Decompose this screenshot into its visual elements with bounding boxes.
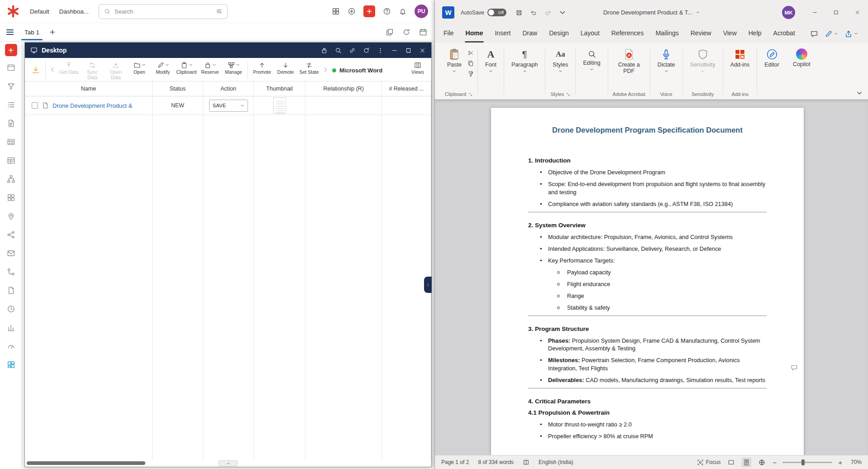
minimize-icon[interactable] (391, 47, 398, 54)
duplicate-window-icon[interactable] (386, 28, 394, 36)
scrollbar-thumb[interactable] (27, 461, 145, 465)
toolbar-clipboard-button[interactable]: Clipboard (175, 59, 198, 76)
add-circle-icon[interactable] (348, 7, 356, 15)
sidebar-item-gauge[interactable] (0, 337, 22, 355)
help-icon[interactable] (383, 7, 391, 15)
editor-button[interactable]: Editor (761, 45, 783, 69)
sidebar-item-table[interactable] (0, 151, 22, 170)
sidebar-item-chart[interactable] (0, 318, 22, 337)
user-avatar[interactable]: PU (415, 5, 428, 18)
column-header-name[interactable]: Name (25, 81, 153, 96)
minimize-button[interactable] (804, 0, 825, 25)
styles-dialog-launcher[interactable] (566, 92, 570, 96)
close-button[interactable] (847, 0, 868, 25)
panel-refresh-icon[interactable] (363, 47, 370, 54)
sidebar-item-flow[interactable] (0, 263, 22, 281)
ribbon-tab-file[interactable]: File (438, 25, 460, 43)
zoom-in-button[interactable]: + (838, 459, 842, 466)
toolbar-open-button[interactable]: Open (128, 59, 151, 76)
language-indicator[interactable]: English (India) (539, 459, 573, 465)
ribbon-tab-review[interactable]: Review (685, 25, 717, 43)
document-page[interactable]: Drone Development Program Specification … (491, 108, 804, 455)
styles-button[interactable]: Aa Styles (549, 45, 572, 74)
copilot-button[interactable]: Copilot (789, 45, 814, 68)
customize-qat-icon[interactable] (559, 9, 566, 16)
calendar-icon[interactable] (419, 28, 427, 36)
add-ins-button[interactable]: Add-ins (727, 45, 753, 69)
zoom-slider-thumb[interactable] (801, 459, 805, 465)
redo-icon[interactable] (544, 9, 552, 16)
ribbon-tab-layout[interactable]: Layout (575, 25, 606, 43)
apps-grid-icon[interactable] (332, 7, 340, 15)
paragraph-button[interactable]: ¶ Paragraph (508, 45, 541, 74)
toolbar-scroll-right-button[interactable] (321, 64, 330, 77)
column-header-relationship-r[interactable]: Relationship (R) (305, 81, 382, 96)
more-options-icon[interactable] (377, 47, 384, 54)
autosave-toggle[interactable]: Off (487, 9, 506, 16)
row-checkbox[interactable] (32, 102, 38, 109)
copy-icon[interactable] (467, 60, 474, 67)
close-icon[interactable] (419, 47, 426, 54)
page-indicator[interactable]: Page 1 of 2 (441, 459, 469, 465)
add-tab-icon[interactable] (49, 29, 56, 35)
export-download-button[interactable] (29, 63, 43, 77)
margin-comment-icon[interactable] (791, 364, 798, 371)
share-button[interactable] (844, 30, 858, 38)
sidebar-item-filter[interactable] (0, 77, 22, 96)
toolbar-get-data-button[interactable]: Get Data (57, 59, 81, 76)
paste-button[interactable]: Paste (444, 45, 465, 74)
print-layout-button[interactable] (742, 458, 751, 467)
focus-toggle[interactable]: Focus (697, 459, 721, 466)
ribbon-tab-mailings[interactable]: Mailings (649, 25, 684, 43)
word-search-icon[interactable] (761, 9, 779, 17)
zoom-slider[interactable] (782, 462, 832, 463)
ribbon-tab-acrobat[interactable]: Acrobat (768, 25, 801, 43)
cut-icon[interactable] (467, 50, 474, 56)
zoom-level[interactable]: 70% (848, 459, 862, 465)
editing-mode-button[interactable] (825, 30, 838, 38)
save-icon[interactable] (515, 9, 523, 16)
sidebar-item-card[interactable] (0, 133, 22, 151)
ribbon-tab-home[interactable]: Home (460, 25, 489, 43)
global-search-input[interactable]: Search (99, 4, 228, 19)
toolbar-reserve-button[interactable]: Reserve (198, 59, 222, 76)
toolbar-scroll-left-button[interactable] (48, 64, 57, 77)
sidebar-item-network[interactable] (0, 225, 22, 244)
action-select[interactable]: SAVE (209, 100, 248, 112)
toolbar-modify-button[interactable]: Modify (151, 59, 175, 76)
collapse-up-button[interactable] (219, 460, 238, 466)
sidebar-create-button[interactable] (5, 44, 17, 56)
maximize-icon[interactable] (405, 47, 412, 54)
search-filter-icon[interactable] (216, 8, 222, 14)
sidebar-item-document[interactable] (0, 114, 22, 133)
comments-button[interactable] (810, 30, 818, 38)
collapse-ribbon-icon[interactable] (856, 90, 863, 96)
toolbar-sync-data-button[interactable]: Sync Data (81, 59, 104, 81)
document-canvas[interactable]: Drone Development Program Specification … (435, 100, 868, 455)
toolbar-promote-button[interactable]: Promote (250, 59, 274, 76)
tab-1[interactable]: Tab 1 (17, 24, 47, 40)
document-title-bar[interactable]: Drone Development Product & T... (603, 0, 700, 25)
toolbar-open-data-button[interactable]: Open Data (104, 59, 128, 81)
sensitivity-button[interactable]: Sensitivity (687, 45, 719, 74)
toolbar-set-state-button[interactable]: Set State (297, 59, 321, 76)
column-header-status[interactable]: Status (153, 81, 203, 96)
context-selector[interactable]: Default (30, 8, 49, 15)
toolbar-demote-button[interactable]: Demote (274, 59, 297, 76)
create-new-button[interactable] (363, 5, 375, 17)
account-avatar[interactable]: MK (782, 6, 795, 19)
dictate-button[interactable]: Dictate (654, 45, 679, 74)
clipboard-dialog-launcher[interactable] (468, 92, 472, 96)
link-icon[interactable] (349, 47, 356, 54)
format-painter-icon[interactable] (467, 71, 474, 77)
column-header-released[interactable]: # Released ... (382, 81, 431, 96)
toolbar-manage-button[interactable]: Manage (222, 59, 245, 76)
ribbon-tab-insert[interactable]: Insert (489, 25, 516, 43)
proofing-icon[interactable] (523, 459, 529, 466)
item-link[interactable]: Drone Development Product & (52, 102, 132, 109)
refresh-icon[interactable] (402, 28, 410, 36)
panel-collapse-handle[interactable] (424, 277, 432, 293)
sidebar-item-dashboard[interactable] (0, 355, 22, 374)
ribbon-tab-design[interactable]: Design (543, 25, 575, 43)
sidebar-item-list[interactable] (0, 96, 22, 114)
